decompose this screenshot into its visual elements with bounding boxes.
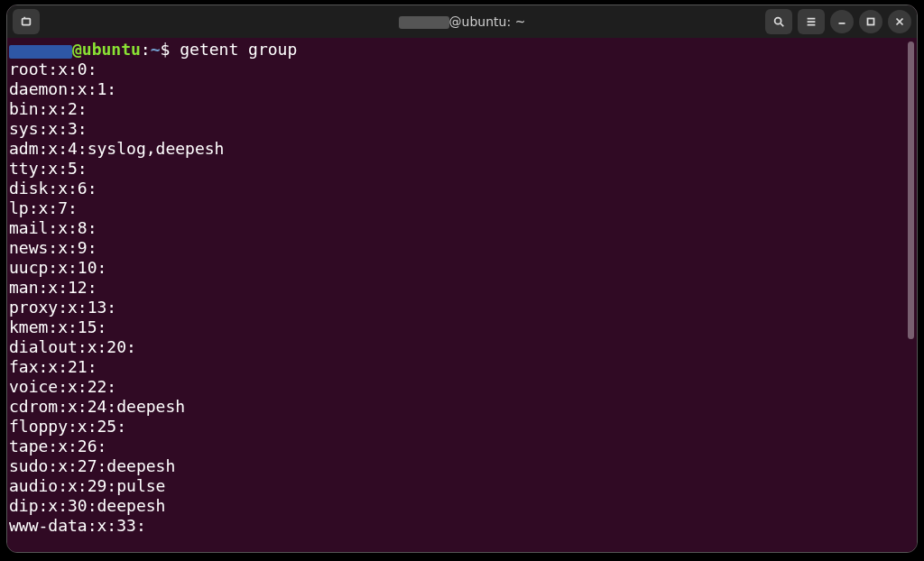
search-button[interactable] [765, 9, 792, 34]
svg-rect-0 [23, 19, 31, 25]
terminal-window: @ubuntu: ~ @ubuntu:~$ getent group root:… [6, 5, 918, 553]
new-tab-button[interactable] [13, 9, 40, 34]
output-line: audio:x:29:pulse [9, 476, 913, 496]
output-line: sys:x:3: [9, 119, 913, 139]
output-line: dialout:x:20: [9, 337, 913, 357]
output-line: kmem:x:15: [9, 317, 913, 337]
output-line: uucp:x:10: [9, 258, 913, 278]
output-line: floppy:x:25: [9, 417, 913, 437]
output-line: root:x:0: [9, 60, 913, 79]
output-line: proxy:x:13: [9, 298, 913, 317]
scrollbar-thumb[interactable] [908, 41, 914, 339]
output-line: lp:x:7: [9, 198, 913, 218]
output-line: tape:x:26: [9, 437, 913, 456]
command-output: root:x:0:daemon:x:1:bin:x:2:sys:x:3:adm:… [9, 60, 913, 536]
prompt-line: @ubuntu:~$ getent group [9, 40, 913, 60]
close-button[interactable] [888, 10, 911, 33]
redacted-username [399, 16, 449, 29]
maximize-button[interactable] [859, 10, 882, 33]
output-line: sudo:x:27:deepesh [9, 456, 913, 476]
output-line: man:x:12: [9, 278, 913, 298]
output-line: bin:x:2: [9, 99, 913, 119]
command-text: getent group [180, 40, 297, 59]
output-line: news:x:9: [9, 238, 913, 258]
output-line: dip:x:30:deepesh [9, 496, 913, 516]
output-line: fax:x:21: [9, 357, 913, 377]
redacted-username [9, 45, 72, 59]
terminal-body[interactable]: @ubuntu:~$ getent group root:x:0:daemon:… [7, 38, 917, 552]
output-line: adm:x:4:syslog,deepesh [9, 139, 913, 159]
output-line: tty:x:5: [9, 159, 913, 179]
output-line: cdrom:x:24:deepesh [9, 397, 913, 417]
output-line: daemon:x:1: [9, 79, 913, 99]
output-line: mail:x:8: [9, 218, 913, 238]
menu-button[interactable] [798, 9, 825, 34]
titlebar: @ubuntu: ~ [7, 5, 917, 38]
output-line: disk:x:6: [9, 179, 913, 198]
output-line: www-data:x:33: [9, 516, 913, 536]
minimize-button[interactable] [830, 10, 854, 33]
svg-rect-2 [868, 19, 874, 25]
svg-point-1 [775, 18, 781, 24]
output-line: voice:x:22: [9, 377, 913, 397]
